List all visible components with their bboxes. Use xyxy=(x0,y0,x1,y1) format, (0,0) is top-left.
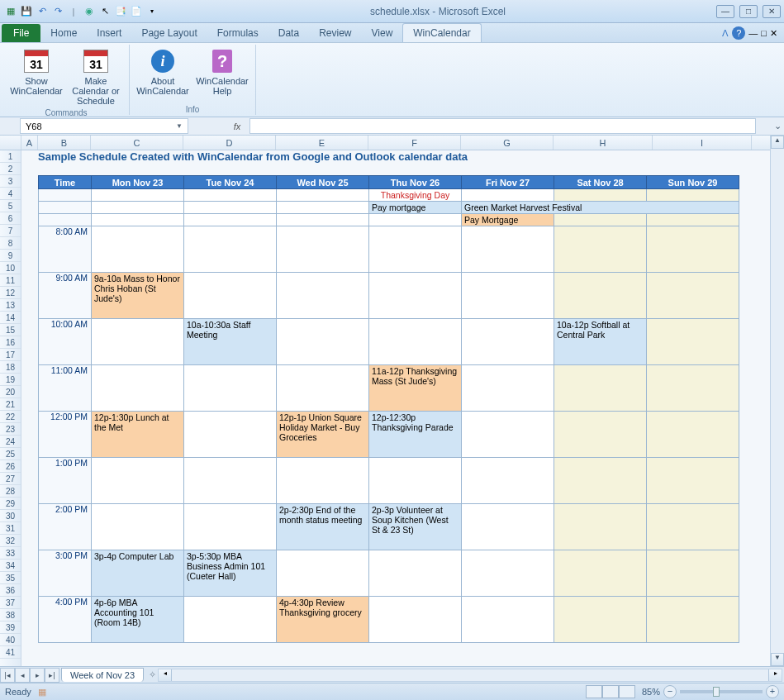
redo-icon[interactable]: ↷ xyxy=(50,4,65,19)
cal-hour-cell[interactable]: 3p-5:30p MBA Business Admin 101 (Cueter … xyxy=(184,550,277,597)
menu-tab-view[interactable]: View xyxy=(362,24,403,42)
cal-hour-cell[interactable] xyxy=(554,550,647,597)
cal-event[interactable]: 10a-10:30a Staff Meeting xyxy=(184,319,276,364)
cal-hour-cell[interactable] xyxy=(554,597,647,643)
cal-event[interactable]: 10a-12p Softball at Central Park xyxy=(554,319,646,364)
cal-hour-cell[interactable] xyxy=(277,458,369,504)
row-header-12[interactable]: 12 xyxy=(0,287,21,299)
cal-hour-cell[interactable]: 9:00 AM xyxy=(39,273,92,319)
col-header-C[interactable]: C xyxy=(91,136,183,150)
cal-allday-cell[interactable] xyxy=(184,214,277,226)
cal-hour-cell[interactable] xyxy=(647,319,739,365)
cal-hour-cell[interactable]: 11:00 AM xyxy=(39,365,92,412)
row-header-41[interactable]: 41 xyxy=(0,646,21,659)
select-all-corner[interactable] xyxy=(0,136,21,150)
cal-hour-cell[interactable] xyxy=(462,412,554,458)
cal-hour-cell[interactable] xyxy=(369,458,462,504)
cal-hour-cell[interactable] xyxy=(647,550,739,597)
ribbon-btn-wincalendar-help[interactable]: ?WinCalendar Help xyxy=(192,45,252,104)
cal-hour-cell[interactable] xyxy=(369,226,462,273)
view-layout-icon[interactable] xyxy=(602,685,619,698)
cal-event[interactable]: Pay mortgage xyxy=(369,202,461,213)
cal-hour-cell[interactable]: 11a-12p Thanksgiving Mass (St Jude's) xyxy=(369,365,462,412)
row-header-32[interactable]: 32 xyxy=(0,535,21,547)
maximize-button[interactable]: □ xyxy=(739,5,758,18)
cal-event[interactable]: 12p-12:30p Thanksgiving Parade xyxy=(369,412,461,457)
cal-allday-cell[interactable] xyxy=(462,189,554,202)
cal-hour-cell[interactable] xyxy=(277,365,369,412)
cal-hour-cell[interactable] xyxy=(184,412,277,458)
row-header-21[interactable]: 21 xyxy=(0,398,21,411)
row-header-40[interactable]: 40 xyxy=(0,634,21,646)
row-header-35[interactable]: 35 xyxy=(0,572,21,584)
cal-allday-cell[interactable] xyxy=(554,214,647,226)
zoom-thumb[interactable] xyxy=(713,687,720,697)
cal-hour-cell[interactable] xyxy=(184,226,277,273)
cal-event[interactable]: 12p-1:30p Lunch at the Met xyxy=(92,412,183,457)
workbook-max-icon[interactable]: □ xyxy=(761,28,767,38)
cal-event[interactable]: Thanksgiving Day xyxy=(369,189,461,201)
cal-allday-cell[interactable]: Thanksgiving Day xyxy=(369,189,462,202)
col-header-D[interactable]: D xyxy=(183,136,276,150)
row-header-37[interactable]: 37 xyxy=(0,597,21,609)
cal-allday-cell[interactable] xyxy=(647,214,739,226)
zoom-in-button[interactable]: + xyxy=(766,685,779,698)
cal-hour-cell[interactable] xyxy=(462,226,554,273)
macro-record-icon[interactable]: ▦ xyxy=(38,687,46,698)
cal-hour-cell[interactable] xyxy=(462,365,554,412)
cal-allday-cell[interactable] xyxy=(184,202,277,214)
cal-hour-cell[interactable] xyxy=(184,597,277,643)
ribbon-btn-about-wincalendar[interactable]: iAbout WinCalendar xyxy=(133,45,192,104)
cal-hour-cell[interactable]: 12p-1p Union Square Holiday Market - Buy… xyxy=(277,412,369,458)
cal-hour-cell[interactable] xyxy=(369,597,462,643)
workbook-close-icon[interactable]: ✕ xyxy=(770,28,777,39)
menu-tab-data[interactable]: Data xyxy=(268,24,309,42)
cal-event[interactable]: 4p-6p MBA Accounting 101 (Room 14B) xyxy=(92,597,183,642)
row-header-22[interactable]: 22 xyxy=(0,411,21,423)
cal-hour-cell[interactable]: 12p-12:30p Thanksgiving Parade xyxy=(369,412,462,458)
row-header-18[interactable]: 18 xyxy=(0,361,21,374)
cal-hour-cell[interactable]: 10:00 AM xyxy=(39,319,92,365)
row-header-39[interactable]: 39 xyxy=(0,621,21,634)
cal-hour-cell[interactable] xyxy=(277,273,369,319)
row-header-19[interactable]: 19 xyxy=(0,374,21,386)
new-sheet-icon[interactable]: ✧ xyxy=(149,669,156,680)
cells-area[interactable]: Sample Schedule Created with WinCalendar… xyxy=(21,150,784,666)
cal-hour-cell[interactable] xyxy=(92,365,184,412)
row-header-6[interactable]: 6 xyxy=(0,212,21,225)
cal-allday-cell[interactable] xyxy=(277,202,369,214)
cal-allday-cell[interactable] xyxy=(277,189,369,202)
cal-hour-cell[interactable] xyxy=(554,273,647,319)
cal-hour-cell[interactable] xyxy=(462,504,554,550)
row-header-14[interactable]: 14 xyxy=(0,312,21,324)
cal-hour-cell[interactable] xyxy=(369,319,462,365)
cal-hour-cell[interactable] xyxy=(647,597,739,643)
cal-allday-cell[interactable] xyxy=(92,214,184,226)
cal-allday-cell[interactable] xyxy=(92,189,184,202)
ribbon-minimize-icon[interactable]: ᐱ xyxy=(722,28,729,39)
row-header-25[interactable]: 25 xyxy=(0,448,21,460)
row-header-33[interactable]: 33 xyxy=(0,547,21,560)
ribbon-btn-make-calendar-or-schedule[interactable]: 31Make Calendar or Schedule xyxy=(66,45,126,107)
col-header-I[interactable]: I xyxy=(653,136,752,150)
cal-hour-cell[interactable]: 10a-10:30a Staff Meeting xyxy=(184,319,277,365)
qat-ext1-icon[interactable]: ◉ xyxy=(82,4,97,19)
cal-hour-cell[interactable]: 4p-6p MBA Accounting 101 (Room 14B) xyxy=(92,597,184,643)
cal-event[interactable]: 12p-1p Union Square Holiday Market - Buy… xyxy=(277,412,368,457)
cal-hour-cell[interactable]: 12:00 PM xyxy=(39,412,92,458)
formula-input[interactable] xyxy=(249,118,756,134)
cal-allday-cell[interactable] xyxy=(39,189,92,202)
scroll-down-icon[interactable]: ▼ xyxy=(771,653,784,666)
ribbon-btn-show-wincalendar[interactable]: 31Show WinCalendar xyxy=(7,45,66,107)
cal-allday-cell[interactable] xyxy=(277,214,369,226)
row-header-38[interactable]: 38 xyxy=(0,609,21,621)
cal-event[interactable]: 3p-4p Computer Lab xyxy=(92,550,183,596)
row-header-13[interactable]: 13 xyxy=(0,299,21,312)
minimize-button[interactable]: — xyxy=(716,5,734,18)
cal-hour-cell[interactable] xyxy=(184,504,277,550)
name-box[interactable]: Y68 ▼ xyxy=(20,118,188,134)
cal-hour-cell[interactable] xyxy=(554,504,647,550)
row-header-23[interactable]: 23 xyxy=(0,423,21,436)
cal-event[interactable]: 2p-2:30p End of the month status meeting xyxy=(277,504,368,550)
row-header-28[interactable]: 28 xyxy=(0,485,21,498)
